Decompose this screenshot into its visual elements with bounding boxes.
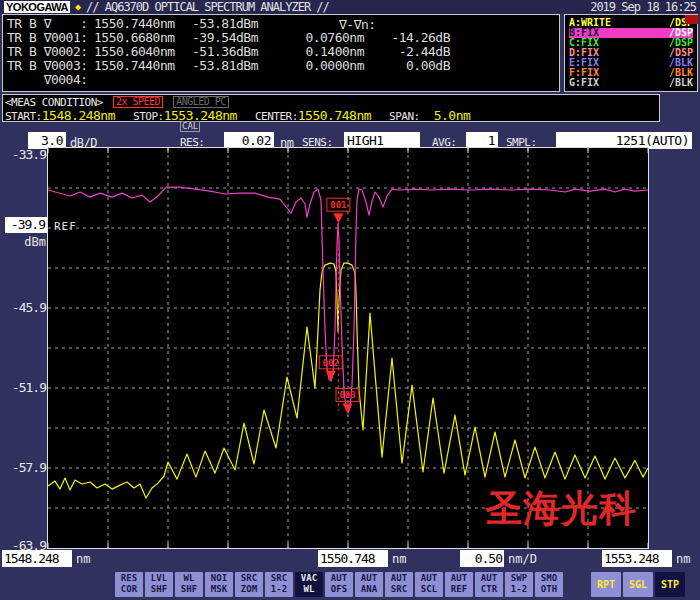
span-label: SPAN: — [389, 110, 420, 123]
y-axis-label: -45.9 — [2, 300, 46, 315]
y-axis-label: -51.9 — [2, 380, 46, 395]
marker-delta-level — [364, 73, 450, 87]
trace-mode: /BLK — [669, 78, 693, 88]
marker-delta-wl: 0.0760nm — [258, 31, 364, 45]
ref-line-label: REF — [54, 220, 77, 233]
softkey-aut-ctr[interactable]: AUTCTR — [475, 572, 503, 597]
start-label: START: — [5, 110, 42, 123]
y-axis-label: -33.9 — [2, 147, 46, 162]
watermark-text: 圣海光科 — [485, 484, 637, 534]
angled-pc-badge: ANGLED PC — [173, 96, 229, 108]
center-value: 1550.748nm — [298, 108, 371, 123]
cal-badge: CAL — [180, 121, 200, 132]
app-title: // AQ6370D OPTICAL SPECTRUM ANALYZER // — [86, 0, 329, 14]
smpl-value: 1251(AUTO) — [556, 132, 692, 149]
softkey-swp-1-2[interactable]: SWP1-2 — [505, 572, 533, 597]
center-label: CENTER: — [255, 110, 298, 123]
softkey-toolbar: RESCOR LVLSHF WLSHF NOIMSK SRCZOM SRC1-2… — [115, 572, 685, 597]
marker-level: -53.81dBm — [182, 17, 258, 31]
marker-delta-wl — [258, 73, 364, 87]
span-value: 5.0nm — [434, 108, 471, 123]
softkey-src-zom[interactable]: SRCZOM — [235, 572, 263, 597]
ref-level-unit: dBm — [2, 235, 46, 249]
softkey-wl-shf[interactable]: WLSHF — [175, 572, 203, 597]
softkey-aut-ofs[interactable]: AUTOFS — [325, 572, 353, 597]
meas-condition-panel: <MEAS CONDITION> 2x SPEED ANGLED PC STAR… — [2, 94, 660, 122]
start-value: 1548.248nm — [42, 108, 115, 123]
softkey-noi-msk[interactable]: NOIMSK — [205, 572, 233, 597]
marker-row-label: TR B ∇0002: — [7, 45, 94, 59]
sens-value: HIGH1 — [344, 132, 420, 149]
x-axis-scale-value: 0.50 — [460, 550, 504, 567]
datetime: 2019 Sep 18 16:25 — [590, 0, 696, 14]
marker-delta-level: -2.44dB — [364, 45, 450, 59]
stop-label: STOP: — [133, 110, 164, 123]
marker-wl: 1550.7440nm — [94, 59, 182, 73]
brand-logo: YOKOGAWA — [4, 1, 70, 13]
softkey-smo-oth[interactable]: SMOOTH — [535, 572, 563, 597]
marker-delta-level: 0.00dB — [364, 59, 450, 73]
x-axis-center-unit: nm — [392, 552, 406, 566]
marker-wl: 1550.6040nm — [94, 45, 182, 59]
toolbar-spacer — [565, 572, 589, 597]
marker-level: -39.54dBm — [182, 31, 258, 45]
status-indicator-red — [685, 15, 698, 24]
marker-002-label: 002 — [323, 358, 339, 368]
softkey-lvl-shf[interactable]: LVLSHF — [145, 572, 173, 597]
marker-wl — [94, 73, 182, 87]
stop-sweep-button[interactable]: STP — [655, 572, 685, 597]
softkey-src-1-2[interactable]: SRC1-2 — [265, 572, 293, 597]
marker-row: TR B ∇0003:1550.7440nm-53.81dBm0.0000nm0… — [7, 59, 559, 73]
trace-row-g: G:FIX /BLK — [569, 78, 693, 88]
speed-badge: 2x SPEED — [113, 96, 163, 108]
single-sweep-button[interactable]: SGL — [623, 572, 653, 597]
marker-row: TR B ∇ :1550.7440nm-53.81dBm — [7, 17, 559, 31]
trace-name: G:FIX — [569, 78, 599, 88]
osa-screen: YOKOGAWA ◆ // AQ6370D OPTICAL SPECTRUM A… — [0, 0, 700, 600]
marker-wl: 1550.6680nm — [94, 31, 182, 45]
softkey-aut-ref[interactable]: AUTREF — [445, 572, 473, 597]
softkey-res-cor[interactable]: RESCOR — [115, 572, 143, 597]
marker-level — [182, 73, 258, 87]
softkey-vac-wl[interactable]: VACWL — [295, 572, 323, 597]
marker-wl: 1550.7440nm — [94, 17, 182, 31]
marker-003-label: 003 — [339, 390, 355, 400]
res-value: 0.02 — [224, 132, 274, 149]
x-axis-start-value: 1548.248 — [2, 550, 72, 567]
softkey-aut-scl[interactable]: AUTSCL — [415, 572, 443, 597]
marker-002-icon — [326, 371, 336, 381]
marker-delta-wl: 0.1400nm — [258, 45, 364, 59]
delta-column-header: ∇-∇n: — [339, 17, 376, 32]
softkey-aut-ana[interactable]: AUTANA — [355, 572, 383, 597]
marker-001-label: 001 — [330, 200, 346, 210]
marker-001-icon — [333, 213, 343, 223]
marker-row-label: TR B ∇0001: — [7, 31, 94, 45]
repeat-sweep-button[interactable]: RPT — [591, 572, 621, 597]
marker-level: -53.81dBm — [182, 59, 258, 73]
marker-row-label: ∇0004: — [7, 73, 94, 87]
marker-row-label: TR B ∇0003: — [7, 59, 94, 73]
meas-condition-header-line: <MEAS CONDITION> 2x SPEED ANGLED PC — [3, 95, 659, 108]
marker-delta-level: -14.26dB — [364, 31, 450, 45]
marker-row-label: TR B ∇ : — [7, 17, 94, 31]
y-axis-label: -57.9 — [2, 460, 46, 475]
ref-level-value: -39.9 — [5, 217, 47, 233]
marker-003-icon — [343, 403, 353, 413]
softkey-aut-src[interactable]: AUTSRC — [385, 572, 413, 597]
marker-row: TR B ∇0001:1550.6680nm-39.54dBm0.0760nm-… — [7, 31, 559, 45]
marker-delta-level — [364, 17, 450, 31]
x-axis-stop-value: 1553.248 — [602, 550, 672, 567]
x-axis-center-value: 1550.748 — [318, 550, 388, 567]
brand-diamond-icon: ◆ — [75, 1, 81, 13]
marker-level: -51.36dBm — [182, 45, 258, 59]
meas-condition-heading: <MEAS CONDITION> — [5, 96, 103, 109]
x-axis-start-unit: nm — [76, 552, 90, 566]
meas-condition-values-line: START: 1548.248nm STOP: 1553.248nm CENTE… — [3, 108, 659, 123]
avg-value: 1 — [466, 132, 498, 149]
x-axis-scale-unit: nm/D — [508, 552, 537, 566]
stop-value: 1553.248nm — [164, 108, 237, 123]
marker-delta-wl: 0.0000nm — [258, 59, 364, 73]
x-axis-stop-unit: nm — [676, 552, 690, 566]
titlebar: YOKOGAWA ◆ // AQ6370D OPTICAL SPECTRUM A… — [0, 0, 700, 14]
trace-legend-panel: A:WRITE /DSP B:FIX /DSP C:FIX /DSP D:FIX… — [564, 14, 698, 92]
